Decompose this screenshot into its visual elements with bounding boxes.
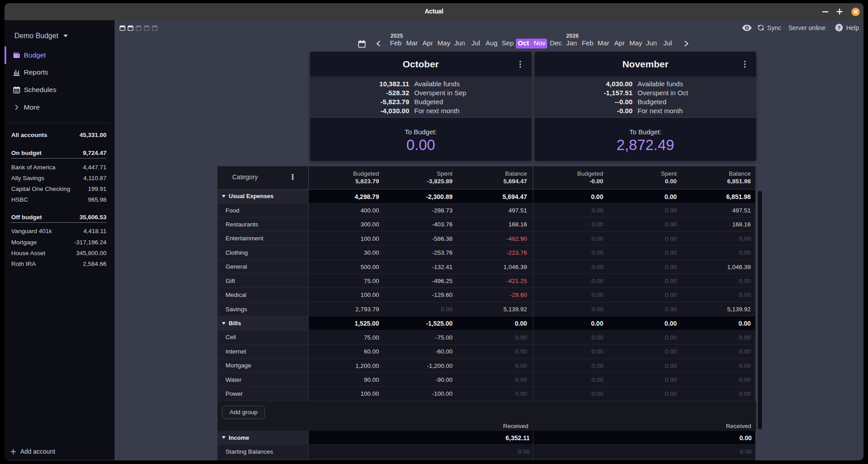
svg-text:?: ?	[837, 25, 841, 31]
